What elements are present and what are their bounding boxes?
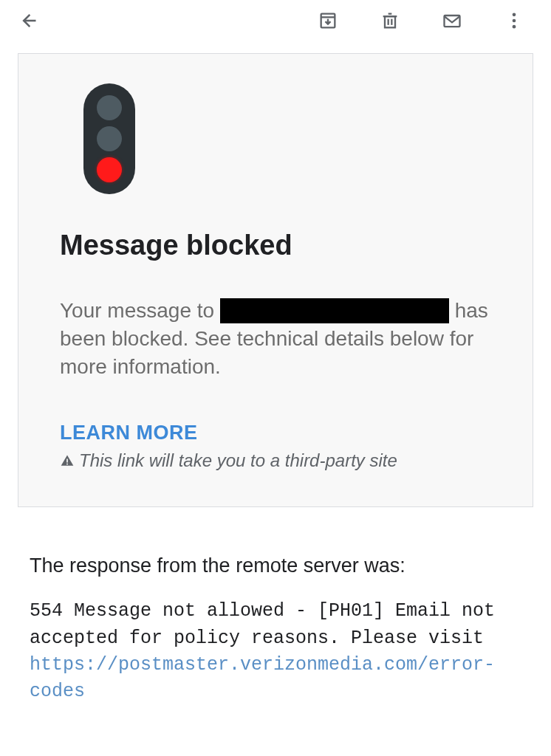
toolbar-right [312,4,539,37]
warning-line: This link will take you to a third-party… [60,450,491,471]
trash-icon [380,10,400,31]
traffic-light-middle [97,126,122,151]
response-heading: The response from the remote server was: [30,554,521,577]
mark-unread-button[interactable] [436,4,468,37]
warning-text: This link will take you to a third-party… [79,450,397,471]
traffic-light-icon [83,83,135,194]
back-button[interactable] [12,4,44,37]
more-button[interactable] [498,4,530,37]
response-link[interactable]: https://postmaster.verizonmedia.com/erro… [30,654,495,702]
response-code: 554 Message not allowed - [PH01] Email n… [30,598,521,705]
redacted-recipient [220,298,449,323]
warning-triangle-icon [60,453,75,468]
envelope-icon [442,10,462,31]
archive-icon [318,10,338,31]
more-vert-icon [504,10,524,31]
delete-button[interactable] [374,4,406,37]
card-body-prefix: Your message to [60,299,220,322]
svg-point-10 [513,13,516,17]
response-section: The response from the remote server was:… [0,519,551,705]
message-blocked-card: Message blocked Your message to has been… [18,53,533,507]
svg-rect-4 [385,16,395,27]
card-body-text: Your message to has been blocked. See te… [60,297,491,380]
response-code-text: 554 Message not allowed - [PH01] Email n… [30,600,495,648]
arrow-back-icon [18,10,38,31]
archive-button[interactable] [312,4,344,37]
svg-point-12 [513,25,516,29]
toolbar [0,0,551,41]
learn-more-link[interactable]: LEARN MORE [60,422,198,444]
svg-point-11 [513,19,516,23]
traffic-light-top [97,95,122,120]
card-title: Message blocked [60,230,491,261]
toolbar-left [12,4,44,37]
traffic-light-bottom [97,157,122,182]
svg-rect-14 [66,464,68,465]
svg-rect-13 [66,459,68,463]
